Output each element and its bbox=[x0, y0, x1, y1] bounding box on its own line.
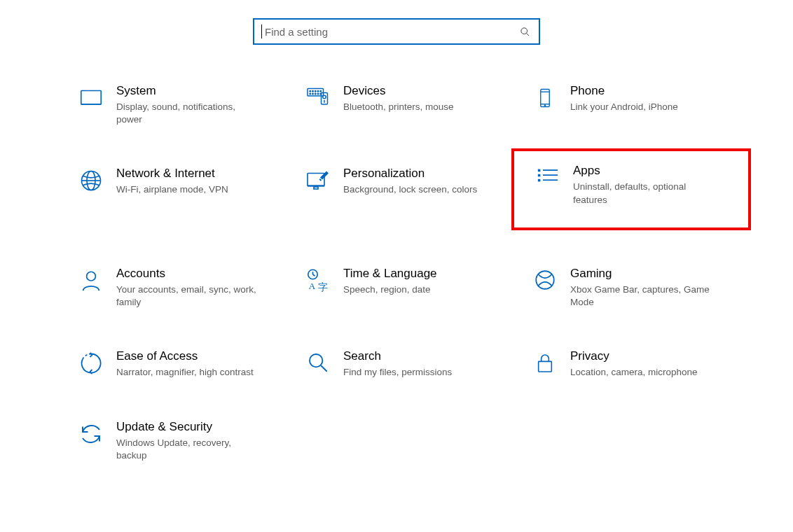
tile-title: Network & Internet bbox=[116, 167, 228, 181]
tile-title: Ease of Access bbox=[116, 349, 254, 363]
tile-phone[interactable]: Phone Link your Android, iPhone bbox=[524, 80, 751, 130]
svg-point-41 bbox=[536, 271, 554, 289]
tile-devices[interactable]: Devices Bluetooth, printers, mouse bbox=[297, 80, 524, 130]
svg-rect-44 bbox=[539, 362, 552, 372]
tile-network[interactable]: Network & Internet Wi-Fi, airplane mode,… bbox=[70, 162, 297, 230]
tile-update-security[interactable]: Update & Security Windows Update, recove… bbox=[70, 416, 297, 466]
apps-icon bbox=[527, 164, 569, 189]
tile-desc: Location, camera, microphone bbox=[570, 366, 698, 379]
tile-desc: Windows Update, recovery, backup bbox=[116, 437, 263, 462]
network-icon bbox=[70, 167, 112, 193]
svg-point-16 bbox=[323, 95, 326, 99]
svg-point-5 bbox=[310, 91, 311, 92]
search-container bbox=[0, 0, 793, 80]
search-icon bbox=[518, 24, 532, 38]
svg-rect-2 bbox=[81, 91, 102, 105]
svg-point-13 bbox=[317, 93, 319, 94]
svg-line-1 bbox=[526, 33, 529, 36]
tile-privacy[interactable]: Privacy Location, camera, microphone bbox=[524, 345, 751, 383]
search-tile-icon bbox=[297, 349, 339, 374]
svg-text:字: 字 bbox=[318, 281, 328, 292]
svg-point-21 bbox=[544, 105, 545, 106]
svg-rect-31 bbox=[538, 179, 541, 182]
tile-title: Phone bbox=[570, 84, 678, 98]
tile-desc: Find my files, permissions bbox=[343, 366, 452, 379]
tile-time-language[interactable]: A 字 Time & Language Speech, region, date bbox=[297, 262, 524, 313]
tile-desc: Background, lock screen, colors bbox=[343, 183, 477, 196]
tile-title: System bbox=[116, 84, 263, 98]
tile-title: Devices bbox=[343, 84, 454, 98]
svg-point-12 bbox=[315, 93, 317, 94]
tile-title: Update & Security bbox=[116, 420, 263, 434]
privacy-icon bbox=[524, 349, 566, 376]
tile-ease-of-access[interactable]: Ease of Access Narrator, magnifier, high… bbox=[70, 345, 297, 383]
tile-accounts[interactable]: Accounts Your accounts, email, sync, wor… bbox=[70, 262, 297, 313]
tile-title: Gaming bbox=[570, 267, 717, 281]
tile-desc: Display, sound, notifications, power bbox=[116, 101, 263, 126]
tile-desc: Link your Android, iPhone bbox=[570, 101, 678, 113]
svg-point-7 bbox=[315, 91, 317, 92]
svg-point-6 bbox=[312, 91, 314, 92]
tile-title: Apps bbox=[573, 164, 720, 178]
svg-point-11 bbox=[312, 93, 314, 94]
tile-desc: Speech, region, date bbox=[343, 284, 437, 296]
personalization-icon bbox=[297, 167, 339, 193]
search-input[interactable] bbox=[263, 25, 518, 38]
svg-point-0 bbox=[520, 27, 527, 34]
svg-rect-30 bbox=[538, 174, 541, 177]
svg-line-28 bbox=[319, 179, 321, 181]
devices-icon bbox=[297, 84, 339, 111]
tile-desc: Your accounts, email, sync, work, family bbox=[116, 284, 263, 309]
accounts-icon bbox=[70, 267, 112, 293]
tile-desc: Xbox Game Bar, captures, Game Mode bbox=[570, 284, 717, 309]
svg-point-9 bbox=[320, 91, 322, 92]
svg-line-43 bbox=[321, 366, 327, 372]
svg-point-42 bbox=[310, 354, 322, 367]
svg-point-10 bbox=[310, 93, 311, 94]
tile-title: Personalization bbox=[343, 167, 477, 181]
tile-gaming[interactable]: Gaming Xbox Game Bar, captures, Game Mod… bbox=[524, 262, 751, 313]
tile-search[interactable]: Search Find my files, permissions bbox=[297, 345, 524, 383]
search-box[interactable] bbox=[253, 18, 540, 45]
svg-text:A: A bbox=[309, 281, 316, 291]
tile-desc: Narrator, magnifier, high contrast bbox=[116, 366, 254, 379]
tile-apps[interactable]: Apps Uninstall, defaults, optional featu… bbox=[511, 148, 751, 230]
tile-system[interactable]: System Display, sound, notifications, po… bbox=[70, 80, 297, 130]
svg-point-8 bbox=[317, 91, 319, 92]
tile-desc: Wi-Fi, airplane mode, VPN bbox=[116, 183, 228, 196]
tile-title: Search bbox=[343, 349, 452, 363]
tile-title: Accounts bbox=[116, 267, 263, 281]
svg-line-38 bbox=[313, 274, 315, 276]
ease-of-access-icon bbox=[70, 349, 112, 376]
tile-personalization[interactable]: Personalization Background, lock screen,… bbox=[297, 162, 524, 230]
svg-rect-29 bbox=[538, 169, 541, 172]
settings-grid: System Display, sound, notifications, po… bbox=[0, 80, 793, 466]
system-icon bbox=[70, 84, 112, 111]
text-cursor bbox=[261, 24, 262, 38]
update-security-icon bbox=[70, 420, 112, 447]
time-language-icon: A 字 bbox=[297, 267, 339, 293]
tile-title: Privacy bbox=[570, 349, 698, 363]
svg-rect-25 bbox=[308, 174, 324, 186]
tile-title: Time & Language bbox=[343, 267, 437, 281]
tile-desc: Uninstall, defaults, optional features bbox=[573, 181, 720, 206]
phone-icon bbox=[524, 84, 566, 111]
tile-desc: Bluetooth, printers, mouse bbox=[343, 101, 454, 113]
svg-rect-27 bbox=[314, 187, 318, 189]
gaming-icon bbox=[524, 267, 566, 292]
svg-point-35 bbox=[87, 272, 96, 281]
